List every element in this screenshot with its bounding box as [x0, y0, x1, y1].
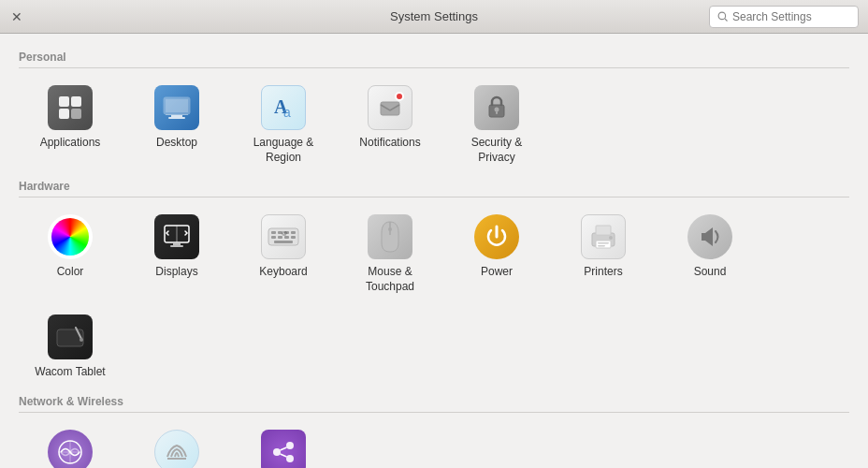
desktop-icon: [154, 85, 199, 130]
language-label: Language & Region: [239, 136, 327, 165]
svg-rect-40: [57, 329, 83, 346]
item-language[interactable]: A a Language & Region: [232, 76, 335, 172]
svg-rect-2: [59, 96, 69, 107]
section-network: Network & Wireless Network: [19, 395, 849, 468]
online-icon: [154, 430, 199, 468]
svg-rect-25: [291, 231, 296, 234]
titlebar: ✕ System Settings: [0, 0, 868, 34]
svg-text:a: a: [283, 105, 291, 120]
sound-label: Sound: [694, 265, 727, 280]
applications-icon: [48, 85, 93, 130]
section-personal: Personal Applications: [19, 51, 849, 172]
notifications-icon: [368, 85, 412, 130]
svg-rect-36: [596, 241, 611, 248]
svg-rect-27: [278, 236, 282, 239]
svg-text:@: @: [282, 230, 287, 236]
keyboard-icon: @: [261, 214, 306, 259]
svg-rect-13: [381, 102, 399, 115]
svg-rect-28: [284, 236, 289, 239]
icons-grid-network: Network Online Accounts: [19, 420, 849, 468]
printers-icon: [581, 214, 626, 259]
svg-point-37: [609, 236, 613, 240]
desktop-label: Desktop: [156, 136, 197, 151]
section-label-personal: Personal: [19, 51, 849, 64]
window-title: System Settings: [390, 9, 478, 23]
section-label-hardware: Hardware: [19, 180, 849, 193]
section-hardware: Hardware Color: [19, 180, 849, 388]
svg-rect-35: [596, 226, 611, 235]
item-online[interactable]: Online Accounts: [125, 420, 228, 468]
svg-rect-22: [271, 231, 276, 234]
applications-label: Applications: [40, 136, 101, 151]
svg-line-50: [281, 447, 287, 450]
svg-rect-16: [496, 111, 498, 114]
svg-point-42: [80, 338, 83, 342]
mouse-icon: [368, 214, 412, 259]
item-keyboard[interactable]: @ Keyboard: [232, 205, 335, 301]
color-label: Color: [57, 265, 84, 280]
svg-rect-26: [271, 236, 276, 239]
power-label: Power: [481, 265, 513, 280]
item-security[interactable]: Security & Privacy: [445, 76, 548, 172]
item-applications[interactable]: Applications: [19, 76, 122, 172]
search-input[interactable]: [732, 10, 850, 23]
network-icon: [48, 430, 93, 468]
wacom-label: Wacom Tablet: [35, 365, 105, 380]
keyboard-label: Keyboard: [259, 265, 307, 280]
svg-line-1: [725, 18, 728, 21]
sound-icon: [687, 214, 732, 259]
search-icon: [717, 11, 729, 22]
color-icon: [48, 214, 93, 259]
displays-label: Displays: [155, 265, 197, 280]
svg-point-48: [273, 448, 281, 456]
svg-rect-39: [598, 245, 605, 247]
security-icon: [474, 85, 519, 130]
svg-rect-9: [168, 117, 185, 119]
item-sharing[interactable]: Sharing: [232, 420, 335, 468]
svg-rect-29: [291, 236, 296, 239]
svg-rect-38: [598, 242, 609, 244]
divider-personal: [19, 67, 849, 68]
item-printers[interactable]: Printers: [552, 205, 655, 301]
item-displays[interactable]: Displays: [125, 205, 228, 301]
item-wacom[interactable]: Wacom Tablet: [19, 305, 122, 388]
sharing-icon: [261, 430, 306, 468]
close-button[interactable]: ✕: [9, 9, 24, 24]
security-label: Security & Privacy: [453, 136, 541, 165]
item-power[interactable]: Power: [445, 205, 548, 301]
svg-rect-7: [166, 99, 188, 112]
item-desktop[interactable]: Desktop: [125, 76, 228, 172]
item-mouse[interactable]: Mouse & Touchpad: [339, 205, 441, 301]
divider-hardware: [19, 197, 849, 197]
svg-rect-5: [71, 109, 81, 119]
notifications-label: Notifications: [359, 136, 420, 151]
item-notifications[interactable]: Notifications: [339, 76, 441, 172]
item-color[interactable]: Color: [19, 205, 122, 301]
search-bar[interactable]: [709, 6, 859, 28]
language-icon: A a: [261, 85, 306, 130]
wacom-icon: [48, 314, 93, 359]
svg-point-47: [286, 442, 294, 449]
svg-rect-19: [173, 243, 181, 245]
icons-grid-hardware: Color D: [19, 205, 849, 388]
svg-rect-3: [71, 96, 81, 107]
section-label-network: Network & Wireless: [19, 395, 849, 408]
mouse-label: Mouse & Touchpad: [346, 265, 434, 294]
svg-line-51: [281, 454, 287, 457]
icons-grid-personal: Applications Desktop: [19, 76, 849, 172]
divider-network: [19, 412, 849, 413]
svg-point-49: [286, 455, 294, 462]
svg-point-0: [718, 12, 726, 20]
svg-rect-8: [171, 115, 182, 117]
svg-rect-4: [59, 109, 69, 119]
svg-point-15: [495, 108, 499, 112]
power-icon: [474, 214, 519, 259]
svg-point-33: [388, 227, 392, 231]
displays-icon: [154, 214, 199, 259]
item-network[interactable]: Network: [19, 420, 122, 468]
printers-label: Printers: [584, 265, 622, 280]
svg-rect-30: [274, 241, 293, 243]
item-sound[interactable]: Sound: [658, 205, 761, 301]
svg-rect-20: [170, 245, 183, 247]
content: Personal Applications: [0, 34, 868, 468]
